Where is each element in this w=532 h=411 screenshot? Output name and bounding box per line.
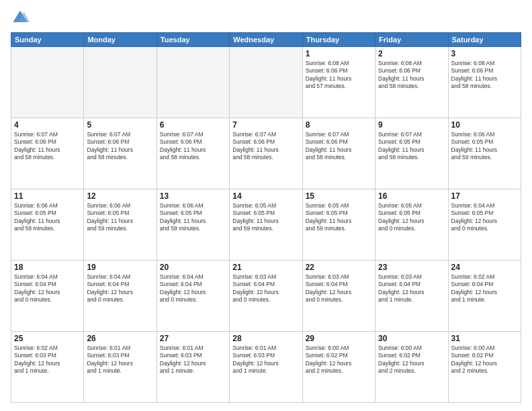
calendar-cell: 5Sunrise: 6:07 AM Sunset: 6:06 PM Daylig… bbox=[84, 118, 157, 189]
calendar-cell: 4Sunrise: 6:07 AM Sunset: 6:06 PM Daylig… bbox=[11, 118, 84, 189]
day-info: Sunrise: 6:01 AM Sunset: 6:03 PM Dayligh… bbox=[232, 345, 299, 375]
calendar-cell: 2Sunrise: 6:08 AM Sunset: 6:06 PM Daylig… bbox=[375, 47, 448, 118]
day-info: Sunrise: 6:08 AM Sunset: 6:06 PM Dayligh… bbox=[378, 60, 445, 91]
day-number: 15 bbox=[306, 191, 372, 201]
calendar-cell bbox=[230, 47, 302, 118]
day-number: 12 bbox=[87, 191, 153, 201]
day-number: 1 bbox=[306, 49, 372, 58]
day-info: Sunrise: 6:02 AM Sunset: 6:04 PM Dayligh… bbox=[451, 273, 518, 304]
calendar-cell: 1Sunrise: 6:08 AM Sunset: 6:06 PM Daylig… bbox=[302, 47, 375, 118]
header bbox=[11, 8, 521, 27]
day-number: 17 bbox=[451, 191, 518, 201]
day-number: 5 bbox=[87, 120, 153, 130]
day-number: 22 bbox=[306, 263, 372, 272]
calendar-week-3: 11Sunrise: 6:06 AM Sunset: 6:05 PM Dayli… bbox=[11, 189, 521, 261]
calendar-cell: 16Sunrise: 6:05 AM Sunset: 6:05 PM Dayli… bbox=[375, 189, 448, 261]
calendar-cell: 7Sunrise: 6:07 AM Sunset: 6:06 PM Daylig… bbox=[230, 118, 302, 189]
day-info: Sunrise: 6:07 AM Sunset: 6:06 PM Dayligh… bbox=[232, 131, 299, 162]
day-info: Sunrise: 6:04 AM Sunset: 6:04 PM Dayligh… bbox=[87, 273, 153, 304]
day-info: Sunrise: 6:07 AM Sunset: 6:06 PM Dayligh… bbox=[87, 131, 153, 162]
day-info: Sunrise: 6:06 AM Sunset: 6:05 PM Dayligh… bbox=[451, 131, 518, 162]
calendar-cell: 10Sunrise: 6:06 AM Sunset: 6:05 PM Dayli… bbox=[448, 118, 521, 189]
calendar-cell: 11Sunrise: 6:06 AM Sunset: 6:05 PM Dayli… bbox=[11, 189, 84, 261]
calendar-cell: 8Sunrise: 6:07 AM Sunset: 6:06 PM Daylig… bbox=[302, 118, 375, 189]
day-info: Sunrise: 6:00 AM Sunset: 6:02 PM Dayligh… bbox=[451, 345, 518, 375]
day-number: 8 bbox=[306, 120, 372, 130]
calendar-cell: 19Sunrise: 6:04 AM Sunset: 6:04 PM Dayli… bbox=[84, 261, 157, 332]
calendar-cell: 30Sunrise: 6:00 AM Sunset: 6:02 PM Dayli… bbox=[375, 332, 448, 403]
calendar-cell: 23Sunrise: 6:03 AM Sunset: 6:04 PM Dayli… bbox=[375, 261, 448, 332]
day-number: 4 bbox=[14, 120, 81, 130]
calendar-cell: 26Sunrise: 6:01 AM Sunset: 6:03 PM Dayli… bbox=[84, 332, 157, 403]
day-info: Sunrise: 6:03 AM Sunset: 6:04 PM Dayligh… bbox=[378, 273, 445, 304]
calendar-cell: 12Sunrise: 6:06 AM Sunset: 6:05 PM Dayli… bbox=[84, 189, 157, 261]
weekday-header-row: SundayMondayTuesdayWednesdayThursdayFrid… bbox=[11, 33, 521, 47]
day-info: Sunrise: 6:00 AM Sunset: 6:02 PM Dayligh… bbox=[378, 345, 445, 375]
day-info: Sunrise: 6:04 AM Sunset: 6:05 PM Dayligh… bbox=[451, 202, 518, 233]
calendar-cell bbox=[84, 47, 157, 118]
day-number: 28 bbox=[232, 334, 299, 343]
weekday-header-tuesday: Tuesday bbox=[157, 33, 229, 47]
calendar-cell: 25Sunrise: 6:02 AM Sunset: 6:03 PM Dayli… bbox=[11, 332, 84, 403]
calendar-cell bbox=[11, 47, 84, 118]
calendar-cell: 3Sunrise: 6:08 AM Sunset: 6:06 PM Daylig… bbox=[448, 47, 521, 118]
day-info: Sunrise: 6:07 AM Sunset: 6:06 PM Dayligh… bbox=[14, 131, 81, 162]
calendar-cell: 27Sunrise: 6:01 AM Sunset: 6:03 PM Dayli… bbox=[157, 332, 229, 403]
calendar-table: SundayMondayTuesdayWednesdayThursdayFrid… bbox=[11, 32, 521, 403]
day-info: Sunrise: 6:05 AM Sunset: 6:05 PM Dayligh… bbox=[378, 202, 445, 233]
day-number: 18 bbox=[14, 263, 81, 272]
weekday-header-wednesday: Wednesday bbox=[230, 33, 302, 47]
day-number: 19 bbox=[87, 263, 153, 272]
calendar-cell: 22Sunrise: 6:03 AM Sunset: 6:04 PM Dayli… bbox=[302, 261, 375, 332]
calendar-cell: 24Sunrise: 6:02 AM Sunset: 6:04 PM Dayli… bbox=[448, 261, 521, 332]
day-info: Sunrise: 6:05 AM Sunset: 6:05 PM Dayligh… bbox=[232, 202, 299, 233]
day-info: Sunrise: 6:07 AM Sunset: 6:06 PM Dayligh… bbox=[160, 131, 226, 162]
calendar-cell: 20Sunrise: 6:04 AM Sunset: 6:04 PM Dayli… bbox=[157, 261, 229, 332]
calendar-cell: 17Sunrise: 6:04 AM Sunset: 6:05 PM Dayli… bbox=[448, 189, 521, 261]
day-number: 31 bbox=[451, 334, 518, 343]
weekday-header-sunday: Sunday bbox=[11, 33, 84, 47]
day-info: Sunrise: 6:00 AM Sunset: 6:02 PM Dayligh… bbox=[306, 345, 372, 375]
day-number: 14 bbox=[232, 191, 299, 201]
logo bbox=[11, 8, 32, 27]
day-number: 20 bbox=[160, 263, 226, 272]
day-number: 3 bbox=[451, 49, 518, 58]
day-info: Sunrise: 6:02 AM Sunset: 6:03 PM Dayligh… bbox=[14, 345, 81, 375]
day-info: Sunrise: 6:03 AM Sunset: 6:04 PM Dayligh… bbox=[306, 273, 372, 304]
calendar-cell: 21Sunrise: 6:03 AM Sunset: 6:04 PM Dayli… bbox=[230, 261, 302, 332]
day-info: Sunrise: 6:07 AM Sunset: 6:06 PM Dayligh… bbox=[306, 131, 372, 162]
calendar-week-4: 18Sunrise: 6:04 AM Sunset: 6:04 PM Dayli… bbox=[11, 261, 521, 332]
day-info: Sunrise: 6:05 AM Sunset: 6:05 PM Dayligh… bbox=[306, 202, 372, 233]
day-number: 9 bbox=[378, 120, 445, 130]
weekday-header-thursday: Thursday bbox=[302, 33, 375, 47]
calendar-cell bbox=[157, 47, 229, 118]
calendar-week-1: 1Sunrise: 6:08 AM Sunset: 6:06 PM Daylig… bbox=[11, 47, 521, 118]
calendar-cell: 18Sunrise: 6:04 AM Sunset: 6:04 PM Dayli… bbox=[11, 261, 84, 332]
day-info: Sunrise: 6:06 AM Sunset: 6:05 PM Dayligh… bbox=[14, 202, 81, 233]
day-number: 13 bbox=[160, 191, 226, 201]
day-number: 16 bbox=[378, 191, 445, 201]
calendar-cell: 9Sunrise: 6:07 AM Sunset: 6:05 PM Daylig… bbox=[375, 118, 448, 189]
calendar-cell: 6Sunrise: 6:07 AM Sunset: 6:06 PM Daylig… bbox=[157, 118, 229, 189]
day-number: 10 bbox=[451, 120, 518, 130]
day-info: Sunrise: 6:08 AM Sunset: 6:06 PM Dayligh… bbox=[451, 60, 518, 91]
day-info: Sunrise: 6:01 AM Sunset: 6:03 PM Dayligh… bbox=[87, 345, 153, 375]
day-number: 27 bbox=[160, 334, 226, 343]
day-info: Sunrise: 6:06 AM Sunset: 6:05 PM Dayligh… bbox=[160, 202, 226, 233]
day-info: Sunrise: 6:03 AM Sunset: 6:04 PM Dayligh… bbox=[232, 273, 299, 304]
calendar-cell: 31Sunrise: 6:00 AM Sunset: 6:02 PM Dayli… bbox=[448, 332, 521, 403]
day-info: Sunrise: 6:08 AM Sunset: 6:06 PM Dayligh… bbox=[306, 60, 372, 91]
page: SundayMondayTuesdayWednesdayThursdayFrid… bbox=[0, 0, 532, 411]
calendar-cell: 15Sunrise: 6:05 AM Sunset: 6:05 PM Dayli… bbox=[302, 189, 375, 261]
day-number: 26 bbox=[87, 334, 153, 343]
day-info: Sunrise: 6:04 AM Sunset: 6:04 PM Dayligh… bbox=[160, 273, 226, 304]
day-number: 11 bbox=[14, 191, 81, 201]
day-number: 6 bbox=[160, 120, 226, 130]
weekday-header-monday: Monday bbox=[84, 33, 157, 47]
day-info: Sunrise: 6:07 AM Sunset: 6:05 PM Dayligh… bbox=[378, 131, 445, 162]
day-info: Sunrise: 6:06 AM Sunset: 6:05 PM Dayligh… bbox=[87, 202, 153, 233]
day-info: Sunrise: 6:04 AM Sunset: 6:04 PM Dayligh… bbox=[14, 273, 81, 304]
day-number: 2 bbox=[378, 49, 445, 58]
day-number: 7 bbox=[232, 120, 299, 130]
day-number: 29 bbox=[306, 334, 372, 343]
